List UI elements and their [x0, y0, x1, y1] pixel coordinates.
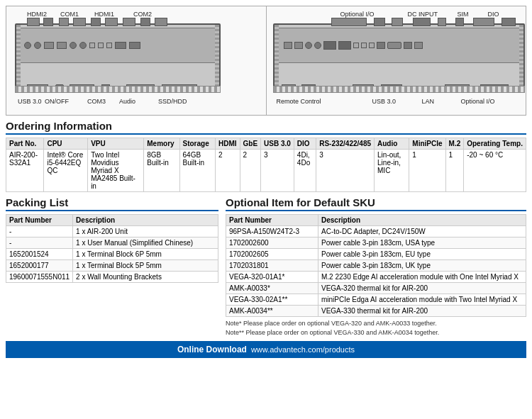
packing-cell-desc: 1 x Terminal Block 6P 5mm	[73, 249, 218, 260]
ordering-cell-audio: Lin-out, Line-in, MIC	[375, 150, 409, 192]
label-remote-control: Remote Control	[277, 98, 321, 105]
packing-cell-part: -	[6, 226, 73, 238]
ordering-table: Part No. CPU VPU Memory Storage HDMI GbE…	[6, 138, 526, 192]
label-audio-left: Audio	[119, 98, 135, 105]
footer: Online Download www.advantech.com/produc…	[6, 341, 526, 358]
optional-items-title: Optional Item for Default SKU	[226, 196, 526, 211]
packing-list-section: Packing List Part Number Description -1 …	[6, 196, 218, 337]
optional-cell-desc: M.2 2230 Edge AI acceleration module wit…	[318, 272, 526, 283]
label-ssdhdd: SSD/HDD	[158, 98, 187, 105]
label-hdmi1: HDMI1	[94, 11, 114, 18]
ordering-cell-vpu: Two Intel Movidius Myriad X MA2485 Built…	[88, 150, 144, 192]
packing-cell-part: 19600071555N011	[6, 272, 73, 283]
label-com3: COM3	[87, 98, 106, 105]
optional-cell-part: AMK-A0033*	[226, 283, 318, 294]
col-m2: M.2	[445, 138, 464, 150]
ordering-cell-memory: 8GB Built-in	[144, 150, 179, 192]
packing-row: -1 x AIR-200 Unit	[6, 226, 218, 238]
optional-row: 1702002605Power cable 3-pin 183cm, EU ty…	[226, 249, 526, 260]
optional-cell-desc: Power cable 3-pin 183cm, USA type	[318, 238, 526, 249]
note2: Note** Please place order on optional VE…	[226, 328, 526, 337]
ordering-cell-rs232: 3	[316, 150, 375, 192]
optional-cell-part: VEGA-320-01A1*	[226, 272, 318, 283]
optional-items-section: Optional Item for Default SKU Part Numbe…	[226, 196, 526, 337]
col-minipcie: MiniPCIe	[409, 138, 445, 150]
packing-list-table: Part Number Description -1 x AIR-200 Uni…	[6, 214, 218, 283]
label-optional-io-top: Optional I/O	[340, 11, 375, 18]
note1: Note* Please place order on optional VEG…	[226, 319, 526, 328]
footer-label: Online Download	[177, 345, 247, 354]
optional-cell-desc: AC-to-DC Adapter, DC24V/150W	[318, 226, 526, 238]
col-gbe: GbE	[240, 138, 261, 150]
optional-cell-part: AMK-A0034**	[226, 306, 318, 317]
label-sim: SIM	[458, 11, 469, 18]
optional-row: VEGA-320-01A1*M.2 2230 Edge AI accelerat…	[226, 272, 526, 283]
optional-row: 96PSA-A150W24T2-3AC-to-DC Adapter, DC24V…	[226, 226, 526, 238]
optional-items-table: Part Number Description 96PSA-A150W24T2-…	[226, 214, 526, 317]
col-rs232: RS-232/422/485	[316, 138, 375, 150]
packing-row: 16520001771 x Terminal Block 5P 5mm	[6, 260, 218, 272]
ordering-header-row: Part No. CPU VPU Memory Storage HDMI GbE…	[6, 138, 526, 150]
ordering-cell-minipcie: 1	[409, 150, 445, 192]
optional-cell-desc: miniPCIe Edga AI acceleration module wit…	[318, 294, 526, 306]
packing-col-desc: Description	[73, 215, 218, 226]
col-cpu: CPU	[44, 138, 88, 150]
ordering-cell-gbe: 2	[240, 150, 261, 192]
ordering-cell-cpu: Intel® Core i5-6442EQ QC	[44, 150, 88, 192]
packing-header-row: Part Number Description	[6, 215, 218, 226]
col-temp: Operating Temp.	[464, 138, 526, 150]
col-audio: Audio	[375, 138, 409, 150]
label-com2: COM2	[133, 11, 152, 18]
optional-cell-desc: VEGA-320 thermal kit for AIR-200	[318, 283, 526, 294]
optional-col-part: Part Number	[226, 215, 318, 226]
packing-cell-desc: 1 x AIR-200 Unit	[73, 226, 218, 238]
ordering-cell-usb30: 3	[261, 150, 294, 192]
packing-list-title: Packing List	[6, 196, 218, 211]
optional-cell-desc: Power cable 3-pin 183cm, UK type	[318, 260, 526, 272]
label-dc-input: DC INPUT	[408, 11, 438, 18]
col-memory: Memory	[144, 138, 179, 150]
optional-row: AMK-A0033*VEGA-320 thermal kit for AIR-2…	[226, 283, 526, 294]
col-usb30: USB 3.0	[261, 138, 294, 150]
ordering-section: Ordering Information Part No. CPU VPU Me…	[6, 120, 526, 192]
packing-cell-desc: 2 x Wall Mounting Brackets	[73, 272, 218, 283]
optional-cell-part: 1702002600	[226, 238, 318, 249]
label-usb30-left: USB 3.0	[18, 98, 42, 105]
diagram-area: HDMI2 COM1 HDMI1 COM2	[6, 6, 526, 116]
packing-cell-desc: 1 x User Manual (Simplified Chinese)	[73, 238, 218, 249]
packing-row: -1 x User Manual (Simplified Chinese)	[6, 238, 218, 249]
col-hdmi: HDMI	[215, 138, 240, 150]
packing-col-part: Part Number	[6, 215, 73, 226]
packing-cell-part: -	[6, 238, 73, 249]
optional-cell-part: VEGA-330-02A1**	[226, 294, 318, 306]
packing-cell-part: 1652001524	[6, 249, 73, 260]
col-storage: Storage	[179, 138, 215, 150]
ordering-cell-part_no: AIR-200-S32A1	[6, 150, 44, 192]
col-dio: DIO	[294, 138, 316, 150]
packing-row: 16520015241 x Terminal Block 6P 5mm	[6, 249, 218, 260]
ordering-cell-temp: -20 ~ 60 °C	[464, 150, 526, 192]
label-hdmi2: HDMI2	[27, 11, 47, 18]
label-dio-top: DIO	[488, 11, 499, 18]
optional-row: VEGA-330-02A1**miniPCIe Edga AI accelera…	[226, 294, 526, 306]
optional-row: 1702031801Power cable 3-pin 183cm, UK ty…	[226, 260, 526, 272]
packing-cell-part: 1652000177	[6, 260, 73, 272]
ordering-title: Ordering Information	[6, 120, 526, 135]
col-part-no: Part No.	[6, 138, 44, 150]
ordering-row: AIR-200-S32A1Intel® Core i5-6442EQ QCTwo…	[6, 150, 526, 192]
ordering-cell-storage: 64GB Built-in	[179, 150, 215, 192]
footer-url: www.advantech.com/products	[251, 345, 355, 354]
bottom-area: Packing List Part Number Description -1 …	[6, 196, 526, 337]
packing-row: 19600071555N0112 x Wall Mounting Bracket…	[6, 272, 218, 283]
optional-cell-part: 1702002605	[226, 249, 318, 260]
ordering-cell-m2: 1	[445, 150, 464, 192]
optional-cell-part: 1702031801	[226, 260, 318, 272]
diagram-right: Optional I/O DC INPUT SIM DIO	[267, 6, 526, 115]
ordering-cell-dio: 4Di, 4Do	[294, 150, 316, 192]
optional-header-row: Part Number Description	[226, 215, 526, 226]
optional-notes: Note* Please place order on optional VEG…	[226, 319, 526, 337]
label-optional-io-bottom: Optional I/O	[461, 98, 495, 105]
diagram-left: HDMI2 COM1 HDMI1 COM2	[6, 6, 267, 115]
optional-cell-part: 96PSA-A150W24T2-3	[226, 226, 318, 238]
optional-cell-desc: Power cable 3-pin 183cm, EU type	[318, 249, 526, 260]
